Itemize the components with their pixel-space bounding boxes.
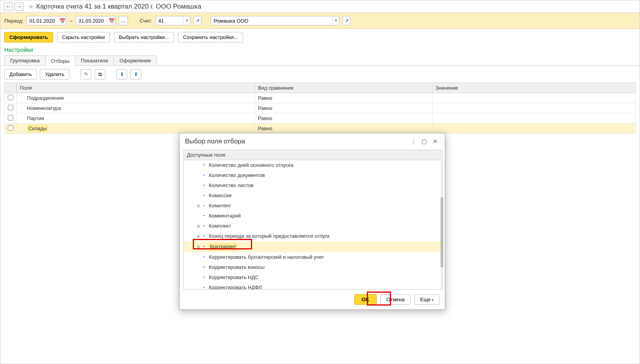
org-open-button[interactable]: ↗ [343,16,350,25]
tab-indicators[interactable]: Показатели [75,55,114,65]
row-val [432,93,636,103]
arrow-down-icon[interactable]: ⬇ [130,69,141,80]
available-fields-list[interactable]: ⁃Количество дней основного отпуска ⁃Коли… [183,160,441,290]
date-from-input[interactable]: 📅 [27,16,66,25]
tab-filters[interactable]: Отборы [45,56,75,66]
calendar-icon[interactable]: 📅 [58,18,66,24]
col-checkbox [5,83,17,93]
list-item[interactable]: ⊕⁃Комитент [184,201,441,211]
account-open-button[interactable]: ↗ [194,16,201,25]
period-picker-button[interactable]: ... [119,16,128,25]
field-icon: ⁃ [201,212,206,219]
table-row[interactable]: Партии Равно [5,113,636,124]
nav-forward-button[interactable]: → [14,2,24,11]
filter-toolbar: Добавить Удалить ✎ ⧉ ⬆ ⬇ [0,66,640,83]
dialog-title: Выбор поля отбора [185,138,407,145]
add-button[interactable]: Добавить [4,69,37,80]
more-button[interactable]: Еще [414,294,439,305]
row-cmp: Равно [255,113,432,124]
row-checkbox[interactable] [8,115,13,120]
row-cmp: Равно [255,103,432,113]
expand-icon[interactable]: ⊕ [196,233,201,240]
row-val [432,124,636,134]
list-item[interactable]: ⁃Корректировать взносы [184,262,441,272]
tabs: Группировка Отборы Показатели Оформление [0,55,640,66]
settings-heading: Настройки [0,46,640,55]
field-icon: ⁃ [201,182,206,189]
generate-button[interactable]: Сформировать [4,32,53,42]
date-to-input[interactable]: 📅 [76,16,116,25]
hide-settings-button[interactable]: Скрыть настройки [57,32,110,42]
dialog-footer: OK Отмена Еще [180,290,445,309]
field-icon: ⁃ [201,162,206,169]
list-item[interactable]: ⁃Количество листов [184,180,441,191]
list-item[interactable]: ⁃Количество дней основного отпуска [184,160,441,170]
list-item[interactable]: ⁃Количество документов [184,170,441,180]
field-icon: ⁃ [201,192,206,199]
copy-icon[interactable]: ⧉ [94,69,105,80]
maximize-icon[interactable]: ▢ [420,137,428,146]
edit-icon[interactable]: ✎ [80,69,91,80]
org-field[interactable] [211,16,332,25]
list-item[interactable]: ⊕⁃Контрагент [184,241,441,252]
choose-settings-button[interactable]: Выбрать настройки... [114,32,174,42]
field-icon: ⁃ [201,202,206,209]
save-settings-button[interactable]: Сохранить настройки... [178,32,243,42]
field-icon: ⁃ [201,223,206,230]
list-item[interactable]: ⁃Корректировать НДС [184,272,441,283]
row-field: Подразделение [20,95,64,101]
arrow-up-icon[interactable]: ⬆ [116,69,127,80]
list-item[interactable]: ⁃Корректировать бухгалтерский и налоговы… [184,252,441,262]
ok-button[interactable]: OK [354,294,377,305]
row-checkbox[interactable] [8,125,13,131]
filter-table: Поле Вид сравнения Значение Подразделени… [4,83,636,134]
field-icon: ⁃ [201,233,206,240]
table-row[interactable]: Склады Равно [5,124,636,134]
menu-icon[interactable]: ⋮ [409,137,418,146]
nav-back-button[interactable]: ← [4,2,13,11]
col-value: Значение [432,83,636,93]
field-icon: ⁃ [201,264,206,271]
scrollbar-thumb[interactable] [441,197,443,267]
expand-icon[interactable]: ⊕ [196,223,201,230]
favorite-icon[interactable]: ★ [28,2,34,11]
tab-grouping[interactable]: Группировка [4,55,46,65]
list-item[interactable]: ⊕⁃Конец периода за который предоставляет… [184,231,441,241]
chevron-down-icon[interactable]: ▼ [183,16,190,25]
list-item[interactable]: ⁃Корректировать НДФЛ [184,283,441,290]
date-to-field[interactable] [76,17,107,25]
chevron-down-icon[interactable]: ▼ [332,16,339,25]
row-checkbox[interactable] [8,105,13,110]
cancel-button[interactable]: Отмена [380,294,411,305]
period-toolbar: Период: 📅 – 📅 ... Счет: ▼ ↗ ▼ ↗ [0,13,640,29]
account-label: Счет: [140,18,152,24]
field-icon: ⁃ [201,274,206,281]
field-icon: ⁃ [201,284,206,290]
row-val [432,113,636,124]
row-cmp: Равно [255,93,432,103]
expand-icon[interactable]: ⊕ [196,243,201,250]
titlebar: ← → ★ Карточка счета 41 за 1 квартал 202… [0,0,640,13]
row-field: Склады [27,125,48,132]
delete-button[interactable]: Удалить [40,69,69,80]
table-row[interactable]: Номенклатура Равно [5,103,636,113]
list-item[interactable]: ⊕⁃Комплект [184,221,441,231]
tab-design[interactable]: Оформление [114,55,157,65]
scrollbar-track[interactable] [441,150,443,291]
list-item[interactable]: ⁃Комиссия [184,191,441,201]
account-input[interactable]: ▼ [155,16,190,25]
row-val [432,103,636,113]
close-icon[interactable]: ✕ [431,137,439,146]
list-item[interactable]: ⁃Комментарий [184,211,441,221]
account-field[interactable] [156,16,183,25]
row-field: Партии [20,115,44,121]
expand-icon[interactable]: ⊕ [196,202,201,209]
org-input[interactable]: ▼ [211,16,340,25]
calendar-icon[interactable]: 📅 [107,18,115,24]
table-row[interactable]: Подразделение Равно [5,93,636,103]
period-dash: – [69,18,73,24]
row-checkbox[interactable] [8,95,13,100]
date-from-field[interactable] [27,17,58,25]
col-field: Поле [17,83,255,93]
field-icon: ⁃ [201,243,206,250]
